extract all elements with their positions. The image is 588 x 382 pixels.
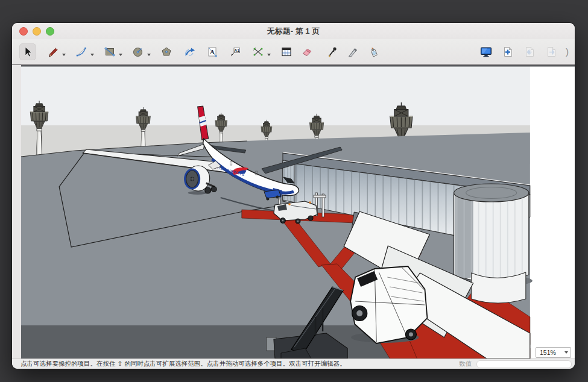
fullscreen-button[interactable] (46, 27, 54, 36)
tool-arc-button[interactable] (73, 43, 90, 60)
circle-icon (132, 46, 144, 58)
page-plus-icon (502, 46, 514, 58)
layout-app-window: 无标题- 第 1 页 (12, 23, 575, 369)
minimize-button[interactable] (33, 27, 41, 36)
zoom-level-value: 151% (540, 349, 556, 356)
tool-eraser-button[interactable] (299, 43, 315, 60)
status-hint-text: 点击可选择要操控的项目。在按住 ⇧ 的同时点击可扩展选择范围。点击并拖动可选择多… (21, 360, 346, 368)
tool-style-button[interactable] (324, 43, 341, 60)
offset-arrow-icon (183, 46, 195, 58)
measurement-input[interactable] (476, 360, 572, 368)
tool-label-button[interactable]: A1 (227, 43, 244, 60)
arc-dropdown-caret[interactable] (90, 54, 94, 56)
page-forward-icon (545, 46, 557, 58)
arc-icon (75, 46, 87, 58)
tool-polygon-button[interactable] (158, 43, 175, 60)
table-icon (280, 46, 292, 58)
window-title: 无标题- 第 1 页 (12, 26, 575, 37)
zoom-level-select[interactable]: 151% (536, 347, 571, 358)
chevron-down-icon (564, 351, 568, 354)
statusbar: 点击可选择要操控的项目。在按住 ⇧ 的同时点击可扩展选择范围。点击并拖动可选择多… (12, 359, 575, 369)
tool-table-button[interactable] (278, 43, 295, 60)
traffic-lights (12, 27, 54, 36)
close-button[interactable] (19, 27, 28, 36)
dimension-icon (252, 46, 264, 58)
tool-dimension-button[interactable] (250, 43, 267, 60)
next-page-button[interactable] (543, 43, 560, 60)
eraser-icon (301, 46, 313, 58)
tool-circle-button[interactable] (130, 43, 147, 60)
sketchup-model-viewport[interactable]: BRITISH AIRWAYS (21, 65, 575, 359)
rectangle-dropdown-caret[interactable] (119, 54, 122, 56)
glue-bottle-icon (367, 46, 379, 58)
viewport-top-edge (21, 65, 575, 67)
page-back-icon (523, 46, 536, 58)
cursor-arrow-icon (22, 46, 34, 58)
pencil-icon (47, 46, 59, 58)
rectangle-icon (104, 46, 116, 58)
tool-line-button[interactable] (45, 43, 62, 60)
tool-text-button[interactable]: A (204, 43, 221, 60)
toolbar: A A1 (12, 39, 575, 64)
tool-split-button[interactable] (344, 43, 361, 60)
add-page-button[interactable] (499, 43, 516, 60)
toolbar-overflow-chevron[interactable]: ) (566, 46, 569, 57)
previous-page-button[interactable] (521, 43, 538, 60)
tool-rectangle-button[interactable] (101, 43, 118, 60)
measurement-label: 数值 (459, 360, 476, 368)
tool-offset-button[interactable] (181, 43, 198, 60)
circle-dropdown-caret[interactable] (147, 54, 151, 56)
start-presentation-button[interactable] (478, 43, 495, 60)
monitor-icon (479, 46, 493, 58)
line-dropdown-caret[interactable] (62, 54, 66, 56)
knife-icon (347, 46, 359, 58)
tool-join-button[interactable] (365, 43, 382, 60)
svg-text:A1: A1 (235, 48, 240, 52)
eyedropper-icon (326, 46, 338, 58)
tool-select-button[interactable] (19, 43, 36, 60)
text-icon: A (206, 46, 218, 58)
label-icon: A1 (229, 46, 241, 58)
dimension-dropdown-caret[interactable] (267, 54, 271, 56)
document-canvas[interactable]: BRITISH AIRWAYS (12, 64, 575, 359)
titlebar: 无标题- 第 1 页 (12, 23, 575, 39)
polygon-icon (160, 46, 172, 58)
